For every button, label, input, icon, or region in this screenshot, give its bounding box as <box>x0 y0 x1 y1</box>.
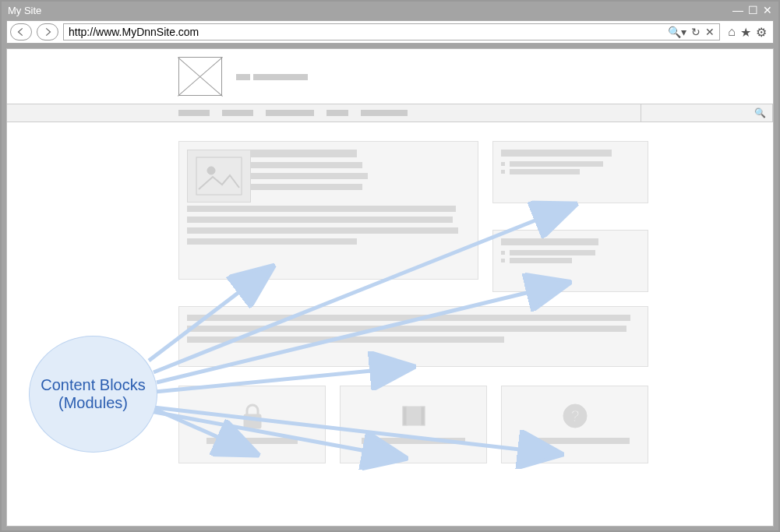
svg-rect-0 <box>196 157 242 195</box>
title-placeholder-long <box>253 74 308 80</box>
page-viewport: 🔍 <box>6 48 774 527</box>
svg-rect-2 <box>244 414 261 428</box>
image-placeholder-icon <box>187 150 251 203</box>
annotation-bubble: Content Blocks (Modules) <box>29 336 157 453</box>
search-icon: 🔍 <box>754 107 766 118</box>
title-placeholder-short <box>236 74 250 80</box>
close-icon[interactable]: ✕ <box>763 4 772 16</box>
svg-rect-4 <box>403 407 407 425</box>
text-placeholder <box>187 206 456 212</box>
nav-item[interactable] <box>361 110 408 116</box>
text-placeholder <box>187 315 630 321</box>
module-sidebar-2 <box>492 230 648 292</box>
address-bar[interactable]: 🔍▾ ↻ ✕ <box>63 23 720 41</box>
site-header <box>7 49 773 104</box>
text-placeholder <box>187 217 453 223</box>
nav-item[interactable] <box>178 110 210 116</box>
help-icon: ? <box>558 400 592 432</box>
stop-icon[interactable]: ✕ <box>705 26 715 38</box>
browser-toolbar: 🔍▾ ↻ ✕ ⌂ ★ ⚙ <box>6 20 774 44</box>
text-placeholder <box>187 227 458 234</box>
favorite-icon[interactable]: ★ <box>740 25 751 40</box>
window-controls: — ☐ ✕ <box>732 4 772 16</box>
url-input[interactable] <box>69 26 668 38</box>
text-placeholder <box>187 238 357 245</box>
nav-item[interactable] <box>266 110 314 116</box>
settings-gear-icon[interactable]: ⚙ <box>756 25 767 40</box>
svg-point-1 <box>207 167 215 174</box>
home-icon[interactable]: ⌂ <box>728 25 736 39</box>
film-icon <box>397 400 431 432</box>
reload-icon[interactable]: ↻ <box>691 26 701 38</box>
logo-placeholder <box>178 57 222 96</box>
nav-item[interactable] <box>222 110 253 116</box>
svg-text:?: ? <box>570 407 579 425</box>
site-nav: 🔍 <box>7 104 773 122</box>
module-article <box>178 141 478 280</box>
search-icon[interactable]: 🔍▾ <box>668 26 686 38</box>
heading-placeholder <box>501 238 598 245</box>
text-placeholder <box>187 326 626 332</box>
site-search[interactable]: 🔍 <box>641 104 773 122</box>
text-placeholder <box>187 336 504 343</box>
card-label-placeholder <box>206 438 298 444</box>
nav-item[interactable] <box>326 110 348 116</box>
module-card-1 <box>178 386 326 463</box>
card-label-placeholder <box>362 438 466 444</box>
lock-icon <box>235 400 270 432</box>
back-button[interactable] <box>10 23 32 41</box>
heading-placeholder <box>501 150 612 157</box>
card-label-placeholder <box>520 438 630 444</box>
window-titlebar: My Site — ☐ ✕ <box>2 2 778 19</box>
minimize-icon[interactable]: — <box>732 4 743 16</box>
annotation-label: Content Blocks (Modules) <box>37 376 149 412</box>
maximize-icon[interactable]: ☐ <box>748 4 758 16</box>
forward-button[interactable] <box>37 23 58 41</box>
window-title: My Site <box>8 5 41 16</box>
browser-window: My Site — ☐ ✕ 🔍▾ ↻ ✕ ⌂ ★ ⚙ <box>0 0 780 532</box>
module-card-3: ? <box>501 386 648 463</box>
module-card-2 <box>340 386 487 463</box>
svg-rect-5 <box>421 407 425 425</box>
module-banner <box>178 306 648 367</box>
module-sidebar-1 <box>492 141 648 203</box>
